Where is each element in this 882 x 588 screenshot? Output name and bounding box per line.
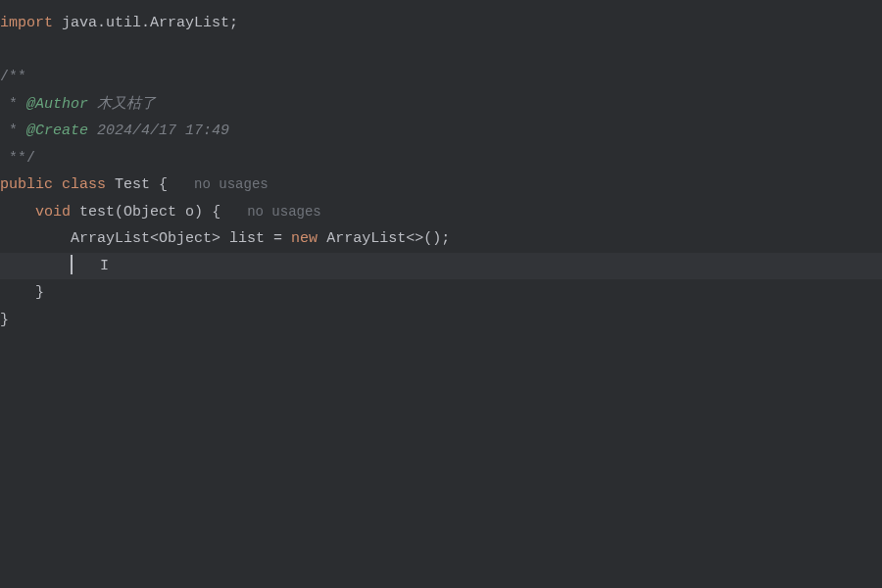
- ctor-call: ();: [423, 230, 450, 247]
- variable-name: list: [220, 230, 265, 247]
- assign-op: =: [265, 230, 291, 247]
- indent: [0, 230, 71, 247]
- brace-open: {: [203, 204, 220, 220]
- indent: [0, 284, 35, 301]
- usage-hint[interactable]: no usages: [194, 176, 269, 192]
- brace-close: }: [35, 284, 44, 301]
- doc-comment-open: /**: [0, 69, 26, 85]
- usage-hint[interactable]: no usages: [247, 204, 321, 220]
- doc-tag-create: @Create: [26, 122, 88, 139]
- keyword-public: public: [0, 176, 53, 193]
- param-name: o: [176, 204, 194, 220]
- code-line-active[interactable]: I: [0, 253, 882, 280]
- code-line[interactable]: /**: [0, 64, 882, 91]
- type-arraylist: ArrayList: [318, 230, 406, 247]
- indent: [0, 204, 35, 220]
- mouse-ibeam-icon: I: [100, 253, 109, 280]
- type-arraylist: ArrayList: [71, 230, 150, 247]
- method-name: test: [79, 204, 115, 220]
- import-path: java.util.ArrayList;: [53, 15, 238, 31]
- code-line-blank[interactable]: [0, 37, 882, 65]
- keyword-class: class: [62, 176, 106, 193]
- paren-close: ): [194, 204, 203, 220]
- keyword-new: new: [291, 230, 318, 247]
- code-editor[interactable]: import java.util.ArrayList; /** * @Autho…: [0, 0, 882, 333]
- brace-close: }: [0, 312, 9, 328]
- indent: [0, 258, 71, 274]
- class-name: Test: [115, 176, 150, 193]
- doc-create-value: 2024/4/17 17:49: [88, 122, 229, 139]
- code-line[interactable]: }: [0, 279, 882, 307]
- keyword-void: void: [35, 204, 71, 220]
- brace-open: {: [150, 176, 168, 193]
- text-cursor: [71, 255, 73, 274]
- generic-open: <: [150, 230, 159, 247]
- paren-open: (: [115, 204, 123, 220]
- diamond-op: <>: [406, 230, 423, 247]
- code-line[interactable]: * @Create 2024/4/17 17:49: [0, 118, 882, 145]
- doc-comment-prefix: *: [0, 96, 26, 113]
- code-line[interactable]: **/: [0, 145, 882, 172]
- doc-comment-prefix: *: [0, 122, 26, 139]
- code-line[interactable]: void test(Object o) { no usages: [0, 199, 882, 226]
- doc-tag-author: @Author: [26, 96, 88, 113]
- doc-comment-close: **/: [0, 150, 35, 167]
- generic-close: >: [212, 230, 220, 247]
- code-line[interactable]: }: [0, 307, 882, 334]
- code-line[interactable]: ArrayList<Object> list = new ArrayList<>…: [0, 225, 882, 253]
- param-type: Object: [123, 204, 176, 220]
- doc-author-value: 木又枯了: [88, 96, 156, 113]
- generic-type: Object: [159, 230, 212, 247]
- code-line[interactable]: public class Test { no usages: [0, 172, 882, 199]
- code-line[interactable]: import java.util.ArrayList;: [0, 10, 882, 37]
- keyword-import: import: [0, 15, 53, 31]
- code-line[interactable]: * @Author 木又枯了: [0, 91, 882, 119]
